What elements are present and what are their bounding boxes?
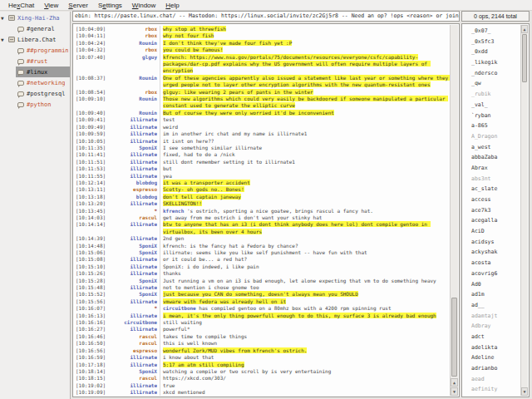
nick: illirnate (106, 116, 157, 123)
tree-channel-rust[interactable]: ##rust (0, 56, 70, 66)
nick: rbox (106, 26, 157, 32)
expander-icon[interactable]: ▼ (1, 15, 7, 21)
userlist-item[interactable]: _0x07_ (463, 26, 520, 37)
message-text: Scotty- oh gods no.. Bones! (160, 186, 450, 193)
menu-item-help[interactable]: Help (160, 2, 184, 9)
chat-message-row: [10:16:56]espressowonderful Zork/MUD vib… (74, 347, 450, 354)
userlist-item[interactable]: a-865 (463, 121, 520, 131)
message-text: i mean, it's the only thing powerfull en… (160, 313, 450, 319)
tree-channel-networking[interactable]: #networking (0, 77, 70, 88)
timestamp: [10:11:53] (74, 165, 106, 172)
text: this is well known (163, 340, 217, 346)
userlist-item[interactable]: acidsys (463, 237, 520, 248)
timestamp: [10:15:08] (74, 256, 106, 263)
text: get away from me ostrich i don't want yo… (163, 214, 322, 220)
tree-channel-linux[interactable]: #linux (0, 66, 70, 77)
userlist-item[interactable]: _0xdd (463, 47, 520, 57)
userlist-item[interactable]: adct (463, 332, 520, 342)
userlist-item[interactable]: AciD (463, 226, 520, 237)
highlighted-text: i mean, it's the only thing powerfull en… (163, 313, 436, 318)
userlist-item[interactable]: Adbray (463, 321, 520, 332)
userlist-item[interactable]: abs3nt (463, 174, 520, 185)
userlist-item[interactable]: Ad0 (463, 279, 520, 290)
menu-item-settings[interactable]: Settings (93, 2, 127, 9)
userlist-item[interactable]: ac_slate (463, 184, 520, 195)
userlist-item[interactable]: Adeline (463, 352, 520, 363)
userlist-item[interactable]: acegalla (463, 215, 520, 226)
timestamp: [10:18:15] (74, 375, 106, 382)
scroll-down-icon[interactable]: ▼ (521, 387, 528, 396)
menu-item-window[interactable]: Window (127, 2, 160, 9)
timestamp: [10:07:40] (74, 54, 106, 61)
nick: SponiX (106, 291, 157, 298)
highlighted-text: Those new algorithms which could very ea… (163, 96, 448, 108)
userlist-item[interactable]: ad1m (463, 289, 520, 300)
tree-channel-programming[interactable]: ##programming (0, 45, 70, 56)
tree-server-libera.chat[interactable]: ▼Libera.Chat (0, 34, 70, 45)
userlist-item[interactable]: access (463, 195, 520, 205)
nick: illirnate (106, 362, 157, 368)
timestamp: [10:13:11] (74, 186, 106, 193)
chat-scrollbar-thumb[interactable] (451, 298, 457, 377)
topic-input[interactable]: ebin: https://paste.linux.chat/ -- Masto… (72, 11, 460, 22)
timestamp: [10:09:40] (74, 110, 106, 116)
userlist-item[interactable]: abbaZaba (463, 152, 520, 163)
chat-scrollbar[interactable]: ▲ ▼ (450, 25, 458, 396)
timestamp: [10:13:20] (74, 200, 106, 207)
userlist-item[interactable]: Abrax (463, 163, 520, 174)
nick: illirnate (106, 138, 157, 145)
menu-item-view[interactable]: View (39, 2, 63, 9)
chat-message-row: [10:15:08]illirnateor it could be... a r… (74, 256, 450, 263)
tree-server-xing-hai-zha[interactable]: ▼Xing-Hai-Zha (0, 12, 70, 23)
tree-channel-python[interactable]: #python (0, 99, 70, 110)
nick: espresso (106, 186, 157, 193)
nick: illirnate (106, 221, 157, 228)
userlist-item[interactable]: acosta (463, 258, 520, 268)
userlist-item[interactable]: _rubik (463, 89, 520, 100)
scroll-down-icon[interactable]: ▼ (451, 387, 458, 396)
message-text: im in another irc chat and my name is il… (160, 131, 450, 137)
nick: rascul (106, 214, 157, 221)
text: takes time to compile things (163, 333, 247, 339)
scroll-up-icon[interactable]: ▲ (451, 378, 458, 387)
userlist-item[interactable]: `ryban (463, 111, 520, 121)
userlist-item[interactable]: acovrig6 (463, 268, 520, 279)
userlist-item[interactable]: a_west (463, 142, 520, 153)
chat-message-row: [10:18:14]SponiXwatching a compile or tw… (74, 368, 450, 375)
userlist-item[interactable]: aefinity (463, 384, 520, 395)
userlist-scrollbar[interactable]: ▲ ▼ (520, 25, 528, 396)
menu-item-hexchat[interactable]: HexChat (3, 2, 39, 9)
nick: Rounin (106, 110, 157, 116)
userlist-scrollbar-thumb[interactable] (522, 34, 527, 82)
expander-icon[interactable]: ▼ (1, 37, 7, 42)
highlighted-text: kfrench: https://www.nsa.gov/portals/75/… (163, 54, 431, 74)
timestamp: [10:08:54] (74, 89, 106, 96)
userlist-item[interactable]: _0x5fc3 (463, 37, 520, 47)
userlist-item[interactable]: _val_ (463, 100, 520, 111)
nick: illirnate (106, 284, 157, 291)
timestamp: [10:15:28] (74, 278, 106, 284)
userlist-item[interactable]: _likegik (463, 57, 520, 68)
timestamp: [10:16:46] (74, 333, 106, 340)
userlist-item[interactable]: ace7k3 (463, 205, 520, 216)
userlist-item[interactable]: A_Dragon (463, 131, 520, 142)
userlist-item[interactable]: _qw (463, 78, 520, 89)
nick: SponiX (106, 368, 157, 375)
userlist-item[interactable]: ackyshak (463, 247, 520, 258)
message-text: takes time to compile things (160, 333, 450, 340)
text: xkcd mentioned (163, 389, 205, 395)
userlist-item[interactable]: adelikta (463, 342, 520, 353)
userlist-item[interactable]: adamtajt (463, 311, 520, 322)
scroll-up-icon[interactable]: ▲ (521, 25, 528, 33)
menu-item-server[interactable]: Server (63, 2, 93, 9)
chat-message-row: [10:08:37]RouninOne of these agencies ap… (74, 75, 450, 89)
timestamp: [10:11:51] (74, 159, 106, 165)
tree-channel-general[interactable]: #general (0, 23, 70, 34)
userlist-item[interactable]: ad__ (463, 300, 520, 311)
userlist-item[interactable]: _ndersco (463, 68, 520, 79)
chat-message-row: [10:14:39]illirnate2nd gen (74, 235, 450, 242)
tree-channel-postgresql[interactable]: #postgresql (0, 88, 70, 99)
nick: illirnate (106, 151, 157, 158)
userlist-item[interactable]: adrianbo (463, 363, 520, 374)
userlist-item[interactable]: aead (463, 374, 520, 385)
